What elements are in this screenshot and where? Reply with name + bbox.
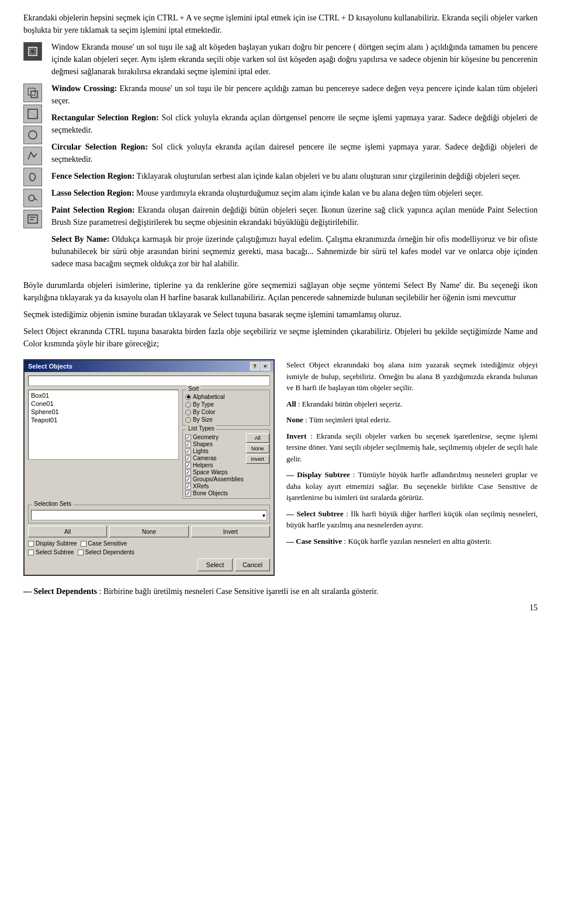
cb-helpers[interactable]: Helpers: [185, 462, 244, 468]
none-button[interactable]: None: [109, 526, 188, 537]
list-item[interactable]: Teapot01: [30, 416, 177, 424]
lt-invert-button[interactable]: Invert: [246, 454, 269, 464]
checkbox-spacewarps[interactable]: [185, 470, 191, 475]
cb-select-dependents-label: Select Dependents: [85, 549, 135, 555]
rect-label: Rectangular Selection Region:: [51, 113, 159, 122]
sort-alphabetical[interactable]: Alphabetical: [185, 394, 267, 400]
search-input[interactable]: [28, 376, 270, 386]
side-intro: Select Object ekranındaki boş alana isim…: [286, 359, 538, 394]
selectbyname-text: Select By Name: Oldukça karmaşık bir pro…: [51, 233, 538, 270]
radio-bycolor[interactable]: [185, 409, 191, 415]
svg-point-6: [29, 131, 37, 139]
checkbox-boneobjects[interactable]: [185, 491, 191, 496]
crossing-text: Window Crossing: Ekranda mouse' un sol t…: [51, 82, 538, 107]
sort-bysize[interactable]: By Size: [185, 416, 267, 423]
cb-xrefs[interactable]: XRefs: [185, 483, 244, 489]
cancel-button[interactable]: Cancel: [235, 558, 270, 571]
page-number: 15: [23, 603, 538, 613]
cb-shapes[interactable]: Shapes: [185, 441, 244, 447]
sort-options: Alphabetical By Type By Color: [185, 394, 267, 423]
invert-colon: :: [310, 432, 316, 440]
cb-display-subtree[interactable]: Display Subtree: [28, 540, 77, 547]
cb-select-dependents[interactable]: Select Dependents: [78, 549, 135, 555]
icons-text-column: Window Crossing: Ekranda mouse' un sol t…: [51, 82, 538, 275]
case-sensitive-text: Küçük harfle yazılan nesneleri en altta …: [348, 537, 491, 546]
sort-bycolor-label: By Color: [193, 409, 215, 415]
checkbox-helpers[interactable]: [185, 463, 191, 468]
window-section-text: Window Ekranda mouse' un sol tuşu ile sa…: [51, 41, 538, 78]
dialog-bottom-area: Selection Sets ▾ All None Invert: [28, 505, 270, 571]
search-row: [28, 376, 270, 386]
cb-cameras[interactable]: Cameras: [185, 455, 244, 461]
rect-text: Rectangular Selection Region: Sol click …: [51, 112, 538, 136]
select-subtree-label: — Select Subtree: [286, 509, 344, 518]
cb-boneobjects-label: Bone Objects: [193, 490, 228, 496]
paint-selection-icon: [23, 189, 42, 207]
window-section: Window Ekranda mouse' un sol tuşu ile sa…: [23, 41, 538, 78]
case-sensitive-label: — Case Sensitive: [286, 537, 342, 546]
checkbox-display-subtree[interactable]: [28, 541, 34, 547]
selection-sets-dropdown[interactable]: ▾: [31, 510, 267, 520]
object-list[interactable]: Box01 Cone01 Sphere01 Teapot01: [28, 390, 179, 460]
checkbox-cameras[interactable]: [185, 456, 191, 461]
side-invert: Invert : Ekranda seçili objeler varken b…: [286, 430, 538, 465]
checkbox-shapes[interactable]: [185, 442, 191, 447]
radio-bytype[interactable]: [185, 402, 191, 408]
sort-bytype[interactable]: By Type: [185, 401, 267, 408]
checkbox-xrefs[interactable]: [185, 484, 191, 489]
checkbox-select-subtree[interactable]: [28, 550, 34, 555]
radio-bysize[interactable]: [185, 417, 191, 423]
cb-spacewarps[interactable]: Space Warps: [185, 469, 244, 475]
cb-geometry[interactable]: Geometry: [185, 434, 244, 440]
checkbox-geometry[interactable]: [185, 435, 191, 440]
cb-groups[interactable]: Groups/Assemblies: [185, 476, 244, 482]
cb-lights[interactable]: Lights: [185, 448, 244, 454]
side-select-subtree: — Select Subtree : İlk harfi büyük diğer…: [286, 508, 538, 531]
select-dependents-label: — Select Dependents: [23, 587, 97, 596]
dialog-main-area: Box01 Cone01 Sphere01 Teapot01 Sort: [28, 390, 270, 502]
checkbox-lights[interactable]: [185, 449, 191, 454]
titlebar-buttons: ? ×: [250, 362, 270, 370]
invert-button[interactable]: Invert: [191, 526, 270, 537]
list-types-checks: Geometry Shapes Lights: [185, 433, 244, 497]
cb-xrefs-label: XRefs: [193, 483, 209, 489]
side-all: All : Ekrandaki bütün objeleri seçeriz.: [286, 398, 538, 410]
select-button[interactable]: Select: [198, 558, 233, 571]
selectbyname-desc: Oldukça karmaşık bir proje üzerinde çalı…: [51, 235, 538, 268]
all-button[interactable]: All: [28, 526, 107, 537]
lt-all-button[interactable]: All: [246, 433, 269, 443]
crossing-label: Window Crossing:: [51, 84, 117, 93]
all-text: Ekrandaki bütün objeleri seçeriz.: [302, 400, 403, 408]
checkbox-select-dependents[interactable]: [78, 550, 84, 555]
cb-boneobjects[interactable]: Bone Objects: [185, 490, 244, 496]
side-text-panel: Select Object ekranındaki boş alana isim…: [286, 359, 538, 576]
dialog-title: Select Objects: [28, 363, 72, 370]
sort-group: Sort Alphabetical By Type: [182, 390, 270, 426]
cb-select-subtree[interactable]: Select Subtree: [28, 549, 74, 555]
list-types-inner: Geometry Shapes Lights: [185, 433, 267, 497]
paragraph-10: Böyle durumlarda objeleri isimlerine, ti…: [23, 279, 538, 304]
list-item[interactable]: Box01: [30, 391, 177, 400]
list-item[interactable]: Cone01: [30, 400, 177, 408]
lt-none-button[interactable]: None: [246, 444, 269, 453]
radio-alphabetical[interactable]: [185, 394, 191, 400]
fence-label: Fence Selection Region:: [51, 172, 134, 180]
sort-bycolor[interactable]: By Color: [185, 409, 267, 415]
none-colon: :: [305, 415, 309, 424]
select-objects-dialog[interactable]: Select Objects ? × Box01 Cone01: [23, 359, 275, 576]
help-button[interactable]: ?: [250, 362, 259, 370]
p11-text: Seçmek istediğimiz objenin ismine burada…: [23, 310, 401, 319]
sort-alphabetical-label: Alphabetical: [193, 394, 224, 400]
checkbox-groups[interactable]: [185, 477, 191, 482]
cb-case-sensitive[interactable]: Case Sensitive: [81, 540, 127, 547]
all-label: All: [286, 400, 296, 408]
cb-shapes-label: Shapes: [193, 441, 213, 447]
list-item[interactable]: Sphere01: [30, 408, 177, 416]
close-button[interactable]: ×: [261, 362, 270, 370]
none-text: Tüm seçimleri iptal ederiz.: [309, 415, 391, 424]
side-none: None : Tüm seçimleri iptal ederiz.: [286, 414, 538, 426]
fence-text: Fence Selection Region: Tıklayarak oluşt…: [51, 170, 538, 182]
p2-text: Window Ekranda mouse' un sol tuşu ile sa…: [51, 43, 538, 76]
svg-point-7: [29, 195, 34, 201]
checkbox-case-sensitive[interactable]: [81, 541, 86, 547]
